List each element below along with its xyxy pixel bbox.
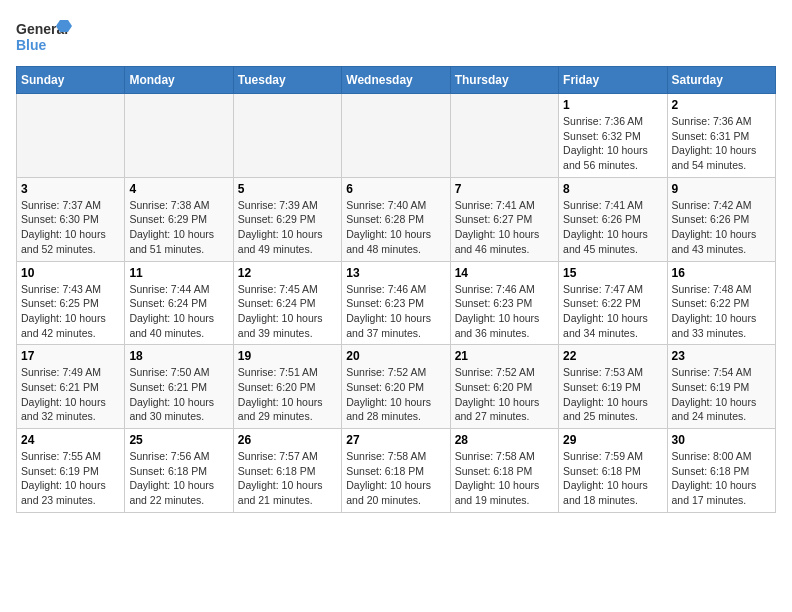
day-info: Sunrise: 7:55 AMSunset: 6:19 PMDaylight:… bbox=[21, 449, 120, 508]
day-number: 3 bbox=[21, 182, 120, 196]
day-info: Sunrise: 7:36 AMSunset: 6:31 PMDaylight:… bbox=[672, 114, 771, 173]
day-info: Sunrise: 7:36 AMSunset: 6:32 PMDaylight:… bbox=[563, 114, 662, 173]
day-number: 13 bbox=[346, 266, 445, 280]
day-number: 25 bbox=[129, 433, 228, 447]
day-number: 9 bbox=[672, 182, 771, 196]
calendar-cell: 5Sunrise: 7:39 AMSunset: 6:29 PMDaylight… bbox=[233, 177, 341, 261]
calendar-cell: 27Sunrise: 7:58 AMSunset: 6:18 PMDayligh… bbox=[342, 429, 450, 513]
day-info: Sunrise: 7:47 AMSunset: 6:22 PMDaylight:… bbox=[563, 282, 662, 341]
day-info: Sunrise: 7:56 AMSunset: 6:18 PMDaylight:… bbox=[129, 449, 228, 508]
calendar-cell: 20Sunrise: 7:52 AMSunset: 6:20 PMDayligh… bbox=[342, 345, 450, 429]
day-info: Sunrise: 7:52 AMSunset: 6:20 PMDaylight:… bbox=[455, 365, 554, 424]
day-number: 20 bbox=[346, 349, 445, 363]
calendar-cell bbox=[17, 94, 125, 178]
day-number: 21 bbox=[455, 349, 554, 363]
calendar-cell bbox=[233, 94, 341, 178]
calendar-cell: 4Sunrise: 7:38 AMSunset: 6:29 PMDaylight… bbox=[125, 177, 233, 261]
day-header-monday: Monday bbox=[125, 67, 233, 94]
day-info: Sunrise: 7:41 AMSunset: 6:26 PMDaylight:… bbox=[563, 198, 662, 257]
calendar-cell: 1Sunrise: 7:36 AMSunset: 6:32 PMDaylight… bbox=[559, 94, 667, 178]
day-info: Sunrise: 7:58 AMSunset: 6:18 PMDaylight:… bbox=[455, 449, 554, 508]
day-info: Sunrise: 7:44 AMSunset: 6:24 PMDaylight:… bbox=[129, 282, 228, 341]
calendar-cell: 9Sunrise: 7:42 AMSunset: 6:26 PMDaylight… bbox=[667, 177, 775, 261]
calendar-cell bbox=[450, 94, 558, 178]
calendar-week-1: 1Sunrise: 7:36 AMSunset: 6:32 PMDaylight… bbox=[17, 94, 776, 178]
calendar-week-3: 10Sunrise: 7:43 AMSunset: 6:25 PMDayligh… bbox=[17, 261, 776, 345]
day-number: 19 bbox=[238, 349, 337, 363]
calendar-cell: 7Sunrise: 7:41 AMSunset: 6:27 PMDaylight… bbox=[450, 177, 558, 261]
day-info: Sunrise: 7:51 AMSunset: 6:20 PMDaylight:… bbox=[238, 365, 337, 424]
day-info: Sunrise: 7:39 AMSunset: 6:29 PMDaylight:… bbox=[238, 198, 337, 257]
calendar-header-row: SundayMondayTuesdayWednesdayThursdayFrid… bbox=[17, 67, 776, 94]
day-number: 4 bbox=[129, 182, 228, 196]
day-number: 23 bbox=[672, 349, 771, 363]
calendar-cell: 23Sunrise: 7:54 AMSunset: 6:19 PMDayligh… bbox=[667, 345, 775, 429]
day-number: 12 bbox=[238, 266, 337, 280]
day-number: 10 bbox=[21, 266, 120, 280]
day-number: 8 bbox=[563, 182, 662, 196]
day-info: Sunrise: 7:52 AMSunset: 6:20 PMDaylight:… bbox=[346, 365, 445, 424]
day-info: Sunrise: 7:40 AMSunset: 6:28 PMDaylight:… bbox=[346, 198, 445, 257]
calendar-cell: 8Sunrise: 7:41 AMSunset: 6:26 PMDaylight… bbox=[559, 177, 667, 261]
day-number: 1 bbox=[563, 98, 662, 112]
day-info: Sunrise: 7:43 AMSunset: 6:25 PMDaylight:… bbox=[21, 282, 120, 341]
day-info: Sunrise: 7:46 AMSunset: 6:23 PMDaylight:… bbox=[346, 282, 445, 341]
day-number: 5 bbox=[238, 182, 337, 196]
day-number: 15 bbox=[563, 266, 662, 280]
day-info: Sunrise: 7:48 AMSunset: 6:22 PMDaylight:… bbox=[672, 282, 771, 341]
day-number: 6 bbox=[346, 182, 445, 196]
calendar-cell: 22Sunrise: 7:53 AMSunset: 6:19 PMDayligh… bbox=[559, 345, 667, 429]
calendar-cell: 24Sunrise: 7:55 AMSunset: 6:19 PMDayligh… bbox=[17, 429, 125, 513]
calendar-week-2: 3Sunrise: 7:37 AMSunset: 6:30 PMDaylight… bbox=[17, 177, 776, 261]
day-info: Sunrise: 7:49 AMSunset: 6:21 PMDaylight:… bbox=[21, 365, 120, 424]
day-number: 7 bbox=[455, 182, 554, 196]
day-info: Sunrise: 7:41 AMSunset: 6:27 PMDaylight:… bbox=[455, 198, 554, 257]
svg-text:Blue: Blue bbox=[16, 37, 47, 53]
day-number: 28 bbox=[455, 433, 554, 447]
day-info: Sunrise: 7:38 AMSunset: 6:29 PMDaylight:… bbox=[129, 198, 228, 257]
logo: GeneralBlue bbox=[16, 16, 76, 58]
calendar-cell: 25Sunrise: 7:56 AMSunset: 6:18 PMDayligh… bbox=[125, 429, 233, 513]
calendar-cell: 16Sunrise: 7:48 AMSunset: 6:22 PMDayligh… bbox=[667, 261, 775, 345]
day-info: Sunrise: 7:53 AMSunset: 6:19 PMDaylight:… bbox=[563, 365, 662, 424]
day-info: Sunrise: 7:59 AMSunset: 6:18 PMDaylight:… bbox=[563, 449, 662, 508]
day-number: 24 bbox=[21, 433, 120, 447]
day-info: Sunrise: 7:42 AMSunset: 6:26 PMDaylight:… bbox=[672, 198, 771, 257]
day-number: 29 bbox=[563, 433, 662, 447]
day-number: 14 bbox=[455, 266, 554, 280]
logo-icon: GeneralBlue bbox=[16, 16, 76, 58]
calendar-cell: 3Sunrise: 7:37 AMSunset: 6:30 PMDaylight… bbox=[17, 177, 125, 261]
calendar-cell: 21Sunrise: 7:52 AMSunset: 6:20 PMDayligh… bbox=[450, 345, 558, 429]
calendar-cell: 13Sunrise: 7:46 AMSunset: 6:23 PMDayligh… bbox=[342, 261, 450, 345]
day-number: 2 bbox=[672, 98, 771, 112]
calendar-cell: 28Sunrise: 7:58 AMSunset: 6:18 PMDayligh… bbox=[450, 429, 558, 513]
calendar-cell: 26Sunrise: 7:57 AMSunset: 6:18 PMDayligh… bbox=[233, 429, 341, 513]
day-info: Sunrise: 7:58 AMSunset: 6:18 PMDaylight:… bbox=[346, 449, 445, 508]
calendar-cell: 12Sunrise: 7:45 AMSunset: 6:24 PMDayligh… bbox=[233, 261, 341, 345]
day-info: Sunrise: 8:00 AMSunset: 6:18 PMDaylight:… bbox=[672, 449, 771, 508]
calendar-cell: 10Sunrise: 7:43 AMSunset: 6:25 PMDayligh… bbox=[17, 261, 125, 345]
day-number: 18 bbox=[129, 349, 228, 363]
calendar-cell bbox=[342, 94, 450, 178]
calendar-cell: 18Sunrise: 7:50 AMSunset: 6:21 PMDayligh… bbox=[125, 345, 233, 429]
calendar-cell: 15Sunrise: 7:47 AMSunset: 6:22 PMDayligh… bbox=[559, 261, 667, 345]
day-number: 22 bbox=[563, 349, 662, 363]
day-header-thursday: Thursday bbox=[450, 67, 558, 94]
day-number: 16 bbox=[672, 266, 771, 280]
page-header: GeneralBlue bbox=[16, 16, 776, 58]
day-info: Sunrise: 7:46 AMSunset: 6:23 PMDaylight:… bbox=[455, 282, 554, 341]
day-number: 27 bbox=[346, 433, 445, 447]
calendar-week-4: 17Sunrise: 7:49 AMSunset: 6:21 PMDayligh… bbox=[17, 345, 776, 429]
day-info: Sunrise: 7:50 AMSunset: 6:21 PMDaylight:… bbox=[129, 365, 228, 424]
day-header-saturday: Saturday bbox=[667, 67, 775, 94]
calendar-cell: 11Sunrise: 7:44 AMSunset: 6:24 PMDayligh… bbox=[125, 261, 233, 345]
calendar-cell: 2Sunrise: 7:36 AMSunset: 6:31 PMDaylight… bbox=[667, 94, 775, 178]
day-header-friday: Friday bbox=[559, 67, 667, 94]
day-header-sunday: Sunday bbox=[17, 67, 125, 94]
day-number: 30 bbox=[672, 433, 771, 447]
calendar-cell: 14Sunrise: 7:46 AMSunset: 6:23 PMDayligh… bbox=[450, 261, 558, 345]
calendar-cell: 6Sunrise: 7:40 AMSunset: 6:28 PMDaylight… bbox=[342, 177, 450, 261]
calendar-cell: 17Sunrise: 7:49 AMSunset: 6:21 PMDayligh… bbox=[17, 345, 125, 429]
day-number: 17 bbox=[21, 349, 120, 363]
calendar-cell: 29Sunrise: 7:59 AMSunset: 6:18 PMDayligh… bbox=[559, 429, 667, 513]
